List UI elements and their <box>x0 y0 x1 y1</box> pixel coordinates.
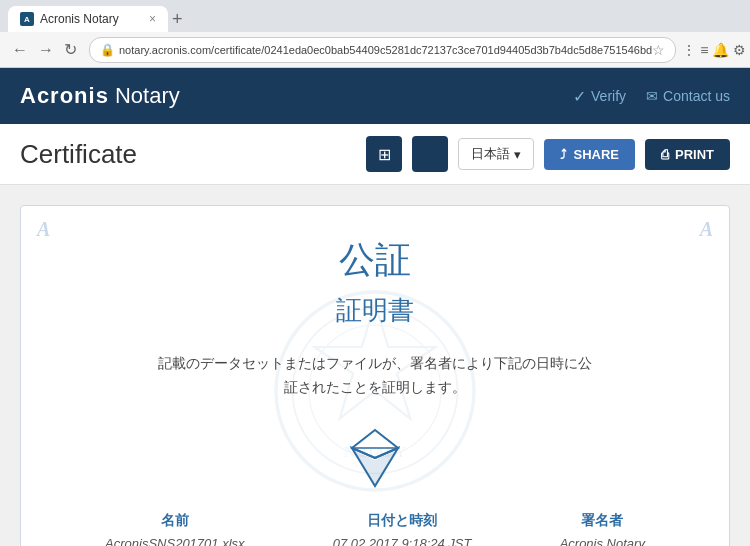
svg-marker-7 <box>355 451 395 486</box>
cert-title-sub: 証明書 <box>61 293 689 328</box>
field-name-value: AcronisSNS201701.xlsx <box>105 536 244 546</box>
field-signer-value: Acronis Notary <box>560 536 645 546</box>
cert-fields: 名前 AcronisSNS201701.xlsx 日付と時刻 07.02.201… <box>61 512 689 546</box>
forward-button[interactable]: → <box>34 39 58 61</box>
toolbar-actions: ⊞ 日本語 ▾ ⤴ SHARE ⎙ PRINT <box>366 136 730 172</box>
settings-button[interactable]: ⚙ <box>733 42 746 58</box>
certificate-area: A A NOTARY 公証 証明書 記載のデータセットまたはファイルが、署名者に… <box>0 185 750 546</box>
tab-title: Acronis Notary <box>40 12 141 26</box>
windows-icon: ⊞ <box>378 145 391 164</box>
language-selector[interactable]: 日本語 ▾ <box>458 138 534 170</box>
certificate-content: 公証 証明書 記載のデータセットまたはファイルが、署名者により下記の日時に公証さ… <box>61 236 689 546</box>
certificate: A A NOTARY 公証 証明書 記載のデータセットまたはファイルが、署名者に… <box>20 205 730 546</box>
nav-action-buttons: ⋮ ≡ 🔔 ⚙ <box>682 42 746 58</box>
field-date-value: 07.02.2017 9:18:24 JST <box>333 536 472 546</box>
email-icon: ✉ <box>646 88 658 104</box>
print-label: PRINT <box>675 147 714 162</box>
contact-label: Contact us <box>663 88 730 104</box>
field-name-label: 名前 <box>105 512 244 530</box>
field-date: 日付と時刻 07.02.2017 9:18:24 JST <box>333 512 472 546</box>
tab-bar: A Acronis Notary × + <box>0 0 750 32</box>
cert-description: 記載のデータセットまたはファイルが、署名者により下記の日時に公証されたことを証明… <box>155 352 595 400</box>
print-button[interactable]: ⎙ PRINT <box>645 139 730 170</box>
url-text: notary.acronis.com/certificate/0241eda0e… <box>119 44 652 56</box>
windows-button[interactable]: ⊞ <box>366 136 402 172</box>
back-button[interactable]: ← <box>8 39 32 61</box>
share-label: SHARE <box>573 147 619 162</box>
corner-decoration-tr: A <box>700 218 713 241</box>
page-title: Certificate <box>20 139 366 170</box>
field-signer: 署名者 Acronis Notary <box>560 512 645 546</box>
toolbar: Certificate ⊞ 日本語 ▾ ⤴ SHARE ⎙ PRINT <box>0 124 750 185</box>
logo: Acronis Notary <box>20 83 180 109</box>
logo-acronis: Acronis <box>20 83 109 109</box>
chevron-down-icon: ▾ <box>514 147 521 162</box>
tab-favicon: A <box>20 12 34 26</box>
cert-title-main: 公証 <box>61 236 689 285</box>
logo-notary: Notary <box>115 83 180 109</box>
active-tab[interactable]: A Acronis Notary × <box>8 6 168 32</box>
nav-bar: ← → ↻ 🔒 notary.acronis.com/certificate/0… <box>0 32 750 68</box>
header-actions: ✓ Verify ✉ Contact us <box>573 87 730 106</box>
share-button[interactable]: ⤴ SHARE <box>544 139 635 170</box>
ethereum-icon <box>350 428 400 488</box>
browser-chrome: A Acronis Notary × + ← → ↻ 🔒 notary.acro… <box>0 0 750 68</box>
new-tab-button[interactable]: + <box>172 6 183 32</box>
print-icon: ⎙ <box>661 147 669 162</box>
app-header: Acronis Notary ✓ Verify ✉ Contact us <box>0 68 750 124</box>
menu-button[interactable]: ≡ <box>700 42 708 58</box>
lock-icon: 🔒 <box>100 43 115 57</box>
field-date-label: 日付と時刻 <box>333 512 472 530</box>
corner-decoration-tl: A <box>37 218 50 241</box>
field-signer-label: 署名者 <box>560 512 645 530</box>
lang-label: 日本語 <box>471 145 510 163</box>
verify-link[interactable]: ✓ Verify <box>573 87 626 106</box>
verify-label: Verify <box>591 88 626 104</box>
refresh-button[interactable]: ↻ <box>60 38 81 61</box>
extensions-button[interactable]: ⋮ <box>682 42 696 58</box>
address-bar[interactable]: 🔒 notary.acronis.com/certificate/0241eda… <box>89 37 676 63</box>
share-icon: ⤴ <box>560 147 567 162</box>
contact-link[interactable]: ✉ Contact us <box>646 88 730 104</box>
verify-icon: ✓ <box>573 87 586 106</box>
star-icon[interactable]: ☆ <box>652 42 665 58</box>
apple-button[interactable] <box>412 136 448 172</box>
tab-close-button[interactable]: × <box>149 12 156 26</box>
field-name: 名前 AcronisSNS201701.xlsx <box>105 512 244 546</box>
bell-button[interactable]: 🔔 <box>712 42 729 58</box>
